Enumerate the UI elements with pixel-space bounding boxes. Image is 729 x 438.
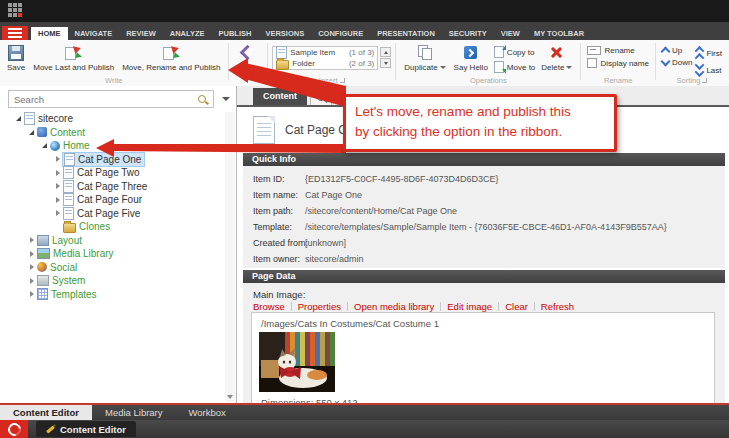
expander-icon[interactable] <box>14 116 23 121</box>
quick-info-row: Item ID:{ED1312F5-C0CF-4495-8D6F-4073D4D… <box>253 174 285 184</box>
ribbon-tab-strip: HOME NAVIGATE REVIEW ANALYZE PUBLISH VER… <box>0 22 729 40</box>
app-tab-media-library[interactable]: Media Library <box>92 405 176 420</box>
search-options-caret-icon[interactable] <box>222 97 230 101</box>
properties-link[interactable]: Properties <box>298 301 341 312</box>
duplicate-button[interactable]: Duplicate <box>400 43 449 73</box>
taskbar-content-editor-button[interactable]: Content Editor <box>36 421 136 437</box>
sort-down-button[interactable]: Down <box>662 58 692 67</box>
move-last-and-publish-button[interactable]: Move Last and Publish <box>29 43 118 73</box>
tree-item-cat-page-one[interactable]: Cat Page One <box>0 153 224 167</box>
tree-item-templates[interactable]: Templates <box>0 288 224 302</box>
ribbon-group-insert: Sample Item (1 of 3) Folder (2 of 3) Ins… <box>269 40 394 86</box>
edit-image-link[interactable]: Edit image <box>447 301 492 312</box>
expander-icon[interactable] <box>27 237 36 243</box>
scroll-down-icon[interactable] <box>227 395 233 399</box>
rename-button[interactable]: Rename <box>587 46 648 55</box>
tab-presentation[interactable]: PRESENTATION <box>370 27 442 40</box>
expander-icon[interactable] <box>27 278 36 284</box>
clear-link[interactable]: Clear <box>505 301 528 312</box>
tree-item-system[interactable]: System <box>0 274 224 288</box>
sitecore-start-button[interactable] <box>0 420 28 438</box>
group-label-rename: Rename <box>582 76 653 85</box>
duplicate-icon <box>418 45 432 60</box>
tree-item-cat-page-two[interactable]: Cat Page Two <box>0 166 224 180</box>
tree-item-media-library[interactable]: Media Library <box>0 247 224 261</box>
app-tab-content-editor[interactable]: Content Editor <box>0 405 92 420</box>
quick-info-row: Created from:[unknown] <box>253 238 308 248</box>
expander-icon[interactable] <box>27 251 36 257</box>
move-rename-and-publish-button[interactable]: Move, Rename and Publish <box>118 43 224 73</box>
search-input[interactable] <box>9 94 198 105</box>
tab-content[interactable]: Content <box>253 88 307 105</box>
social-icon <box>37 262 47 272</box>
editor-search-tab[interactable] <box>310 88 332 105</box>
expander-icon[interactable] <box>53 183 62 189</box>
copy-to-icon <box>494 46 504 58</box>
expander-icon[interactable] <box>40 143 49 148</box>
tab-configure[interactable]: CONFIGURE <box>311 27 370 40</box>
menu-hamburger-icon[interactable] <box>2 26 28 40</box>
sort-last-button[interactable]: Last <box>696 63 722 77</box>
tree-scrollbar[interactable] <box>225 112 235 402</box>
tab-review[interactable]: REVIEW <box>119 27 163 40</box>
sort-first-button[interactable]: First <box>696 46 722 60</box>
insert-option-folder[interactable]: Folder (2 of 3) <box>273 58 377 69</box>
display-name-button[interactable]: Display name <box>587 58 648 68</box>
expander-icon[interactable] <box>53 197 62 203</box>
sort-up-button[interactable]: Up <box>662 46 692 55</box>
tree-item-cat-page-three[interactable]: Cat Page Three <box>0 180 224 194</box>
tree-item-social[interactable]: Social <box>0 261 224 275</box>
search-box[interactable] <box>8 90 214 108</box>
search-icon[interactable] <box>198 95 206 103</box>
tree-item-sitecore[interactable]: sitecore <box>0 112 224 126</box>
callout-line-2: by clicking the option in the ribbon. <box>355 122 605 142</box>
tree-item-home[interactable]: Home <box>0 139 224 153</box>
content-tree-panel: sitecore Content Home Cat Page One <box>0 86 237 403</box>
edit-button[interactable]: Edit <box>233 43 263 73</box>
move-to-button[interactable]: Move to <box>494 61 535 73</box>
refresh-link[interactable]: Refresh <box>541 301 574 312</box>
expander-icon[interactable] <box>27 291 36 297</box>
tree-item-content[interactable]: Content <box>0 126 224 140</box>
content-tree: sitecore Content Home Cat Page One <box>0 112 224 301</box>
document-icon <box>63 180 74 193</box>
expander-icon[interactable] <box>53 210 62 216</box>
insert-scroll-down-button[interactable] <box>380 58 391 68</box>
tab-my-toolbar[interactable]: MY TOOLBAR <box>527 27 591 40</box>
open-media-library-link[interactable]: Open media library <box>354 301 434 312</box>
tab-security[interactable]: SECURITY <box>442 27 494 40</box>
ribbon-group-write: Save Move Last and Publish Move, Rename … <box>0 40 227 86</box>
selected-item-highlight[interactable]: Cat Page One <box>62 152 145 167</box>
expander-icon[interactable] <box>53 170 62 176</box>
insert-options-list[interactable]: Sample Item (1 of 3) Folder (2 of 3) <box>272 46 378 70</box>
tab-view[interactable]: VIEW <box>494 27 527 40</box>
document-icon <box>63 166 74 179</box>
insert-scroll-up-button[interactable] <box>380 47 391 57</box>
expander-icon[interactable] <box>53 156 62 162</box>
tab-navigate[interactable]: NAVIGATE <box>68 27 120 40</box>
copy-to-button[interactable]: Copy to <box>494 46 535 58</box>
folder-icon <box>276 60 289 70</box>
tree-item-layout[interactable]: Layout <box>0 234 224 248</box>
tree-item-cat-page-five[interactable]: Cat Page Five <box>0 207 224 221</box>
tab-versions[interactable]: VERSIONS <box>258 27 311 40</box>
expander-icon[interactable] <box>27 130 36 135</box>
tab-home[interactable]: HOME <box>31 27 68 40</box>
browse-link[interactable]: Browse <box>253 301 285 312</box>
ribbon-group-edit: Edit <box>230 40 266 86</box>
tree-item-clones[interactable]: Clones <box>0 220 224 234</box>
save-button[interactable]: Save <box>3 43 29 73</box>
main-image-field[interactable]: /Images/Cats In Costumes/Cat Costume 1 <box>251 312 715 408</box>
tree-item-cat-page-four[interactable]: Cat Page Four <box>0 193 224 207</box>
tutorial-callout: Let's move, rename and publish this by c… <box>343 94 617 152</box>
insert-option-sample-item[interactable]: Sample Item (1 of 3) <box>273 47 377 58</box>
page-data-header[interactable]: Page Data <box>243 270 725 283</box>
edit-icon <box>240 45 256 61</box>
say-hello-button[interactable]: Say Hello <box>450 43 492 73</box>
quick-info-header[interactable]: Quick Info <box>243 153 725 166</box>
expander-icon[interactable] <box>27 264 36 270</box>
tab-publish[interactable]: PUBLISH <box>211 27 258 40</box>
delete-button[interactable]: Delete <box>537 43 576 73</box>
app-tab-workbox[interactable]: Workbox <box>176 405 239 420</box>
tab-analyze[interactable]: ANALYZE <box>163 27 212 40</box>
